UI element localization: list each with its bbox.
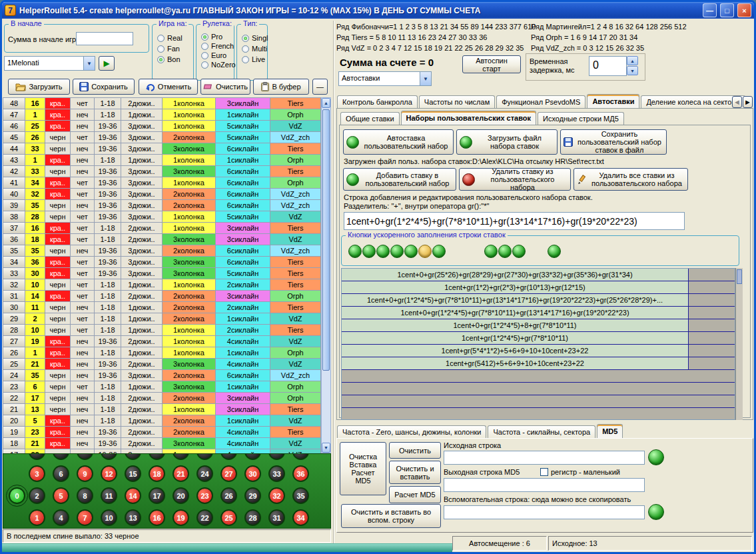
board-number-17[interactable]: 17 [149,487,165,504]
system-combo[interactable]: 1Melonati ▼ [4,56,95,71]
bottom-tab[interactable]: Частота - сиклайны, сектора [488,425,595,439]
add-bet-button[interactable]: Добавить ставку в пользовательский набор [343,168,456,191]
spin-up-button[interactable]: ▲ [627,56,638,65]
bottom-tab[interactable]: MD5 [597,424,623,439]
board-number-10[interactable]: 10 [101,509,117,526]
inner-tab[interactable]: Общие ставки [340,112,400,125]
inner-tab[interactable]: Наборы пользовательских ставок [401,111,537,125]
board-number-25[interactable]: 25 [220,509,237,526]
green-ball-icon[interactable] [404,245,418,258]
board-number-14[interactable]: 14 [125,487,141,504]
board-number-6[interactable]: 6 [53,465,69,482]
checkbox-icon[interactable] [540,468,548,476]
board-number-1[interactable]: 1 [29,509,45,526]
board-number-15[interactable]: 15 [125,465,141,482]
title-bar[interactable]: 7 HelperRoullet 5.4- create helperroulle… [2,2,754,19]
board-number-29[interactable]: 29 [244,487,261,504]
scrollbar-thumb[interactable] [322,109,330,371]
main-tab[interactable]: Автоставки [587,94,639,109]
scroll-down-button[interactable]: ▼ [322,443,330,453]
board-number-33[interactable]: 33 [268,465,285,482]
green-ball-icon[interactable] [484,245,498,258]
md5-clear-button[interactable]: Очистить [389,442,441,459]
bet-list-scrollbar[interactable] [735,268,743,420]
bet-list-item[interactable]: 1cent+0+gr(25*26)+gr(28*29)+gr(27*30)+gr… [342,269,735,281]
main-tab[interactable]: Функционал PsevdoMS [496,95,585,109]
bet-list-item[interactable]: 1cent+0+gr(1*2*4*5)+8+gr(7*8*10*11) [342,319,735,332]
board-number-2[interactable]: 2 [29,487,45,504]
board-number-31[interactable]: 31 [268,509,285,526]
chevron-down-icon[interactable]: ▼ [420,72,431,85]
green-ball-icon[interactable] [390,245,404,258]
clear-button[interactable]: Очистить [200,79,250,95]
board-number-13[interactable]: 13 [125,509,141,526]
md5-multi-button[interactable]: Очистка Вставка Расчет MD5 [340,442,386,495]
green-ball-icon[interactable] [432,245,446,258]
radio-option-Multi[interactable]: Multi [242,45,264,53]
load-bet-file-button[interactable]: Загрузить файл набора ставок [456,129,558,155]
bet-list-item[interactable]: 1cent+gr(1*2*4*5)+gr(7*8*10*11) [342,332,735,345]
board-number-27[interactable]: 27 [220,465,237,482]
radio-option-Bon[interactable]: Bon [157,55,190,63]
close-button[interactable]: × [737,3,751,17]
board-number-35[interactable]: 35 [292,487,309,504]
remove-bet-button[interactable]: Удалить ставку из пользовательского набо… [459,168,571,191]
tab-scroll-left-button[interactable]: ◄ [732,96,742,108]
bottom-tab[interactable]: Частота - Zero, шансы, дюжины, колонки [337,425,486,439]
board-number-28[interactable]: 28 [244,509,261,526]
collapse-button[interactable]: — [312,79,328,95]
autobets-combo[interactable]: Автоставки ▼ [338,71,432,86]
radio-option-NoZero[interactable]: NoZero [201,61,230,69]
board-number-22[interactable]: 22 [196,509,213,526]
register-checkbox-row[interactable]: регистр - маленький [540,468,620,476]
save-bet-file-button[interactable]: Сохранить пользовательский набор ставок … [560,129,667,155]
board-number-9[interactable]: 9 [77,465,93,482]
history-scrollbar[interactable]: ▲ ▼ [321,97,331,453]
green-ball-icon[interactable] [548,245,561,258]
green-ball-icon[interactable] [376,245,390,258]
board-number-23[interactable]: 23 [196,487,213,504]
radio-option-Live[interactable]: Live [242,55,264,63]
board-number-24[interactable]: 24 [196,465,213,482]
md5-output-input[interactable] [444,478,645,492]
radio-option-French[interactable]: French [201,42,230,50]
scroll-up-button[interactable]: ▲ [322,98,330,108]
radio-option-Real[interactable]: Real [157,34,190,42]
minimize-button[interactable]: — [703,3,717,17]
board-number-18[interactable]: 18 [149,465,165,482]
green-ball-icon[interactable] [498,245,512,258]
board-number-32[interactable]: 32 [268,487,285,504]
gold-coin-icon[interactable] [418,245,432,258]
start-sum-input[interactable] [76,32,133,45]
bet-list-scroll-thumb[interactable] [737,269,742,284]
bet-list-item[interactable]: 1cent+0+gr(1*2*4*5)+gr(7*8*10*11)+gr(13*… [342,307,735,319]
board-number-30[interactable]: 30 [244,465,261,482]
green-ball-icon[interactable] [512,245,526,258]
md5-source-action-button[interactable] [648,449,664,465]
radio-option-Pro[interactable]: Pro [201,33,230,41]
board-number-8[interactable]: 8 [77,487,93,504]
board-number-34[interactable]: 34 [292,509,309,526]
board-number-16[interactable]: 16 [149,509,165,526]
board-number-36[interactable]: 36 [292,465,309,482]
board-number-11[interactable]: 11 [101,487,117,504]
autospin-start-button[interactable]: Автоспин старт [462,55,521,73]
tab-scroll-right-button[interactable]: ► [743,96,753,108]
chevron-down-icon[interactable]: ▼ [83,57,95,70]
green-ball-icon[interactable] [362,245,376,258]
md5-aux-input[interactable] [444,505,645,519]
bet-list-item[interactable]: 1cent+gr(5412)+5+6+9+10+10cent+23+22 [342,357,735,370]
board-number-5[interactable]: 5 [53,487,69,504]
green-ball-icon[interactable] [348,245,362,258]
spin-down-button[interactable]: ▼ [627,66,638,75]
to-buffer-button[interactable]: В буфер [253,79,309,95]
board-number-21[interactable]: 21 [173,465,189,482]
inner-tab[interactable]: Исходные строки МД5 [538,112,624,125]
autobet-user-set-button[interactable]: Автоставка пользовательский набор [343,129,454,155]
radio-option-Fan[interactable]: Fan [157,45,190,53]
bet-list-item[interactable]: 1cent+gr(1*2)+gr(2*3)+gr(10*13)+gr(12*15… [342,281,735,294]
board-number-4[interactable]: 4 [53,509,69,526]
main-tab[interactable]: Контроль банкролла [337,95,418,109]
play-button[interactable]: ▶ [99,56,115,71]
board-number-0[interactable]: 0 [9,487,25,504]
